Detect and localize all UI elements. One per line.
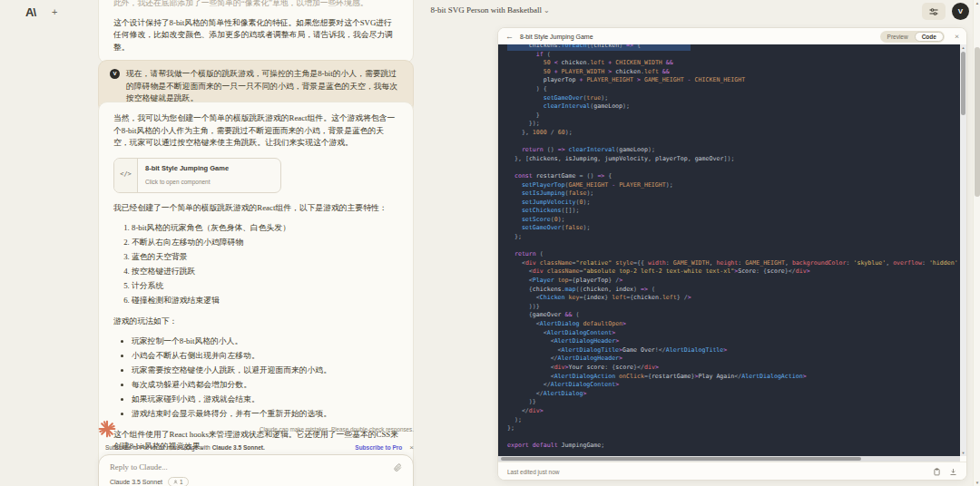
- feature-list: 8-bit风格的玩家角色（灰色身体、白色头发）不断从右向左移动的小鸡障碍物蓝色的…: [132, 222, 398, 307]
- paperclip-icon: [394, 463, 402, 471]
- model-selector[interactable]: Claude 3.5 Sonnet: [110, 479, 162, 485]
- artifact-panel: ← 8-bit Style Jumping Game Preview Code …: [497, 27, 967, 481]
- feature-item: 蓝色的天空背景: [132, 251, 398, 264]
- code-icon: </>: [114, 159, 138, 192]
- user-avatar[interactable]: V: [952, 3, 969, 20]
- feature-item: 不断从右向左移动的小鸡障碍物: [132, 237, 398, 249]
- feature-item: 8-bit风格的玩家角色（灰色身体、白色头发）: [132, 222, 398, 235]
- upsell-close-icon[interactable]: ×: [409, 443, 414, 452]
- features-intro: 我已经创建了一个简单的横版跳跃游戏的React组件，以下是游戏的主要特性：: [113, 202, 398, 215]
- gameplay-item: 每次成功躲避小鸡都会增加分数。: [132, 379, 398, 392]
- download-icon: [949, 468, 957, 476]
- assistant-intro: 当然，我可以为您创建一个简单的横版跳跃游戏的React组件。这个游戏将包含一个8…: [113, 112, 398, 150]
- reply-input[interactable]: [110, 462, 394, 471]
- download-code-button[interactable]: [949, 468, 957, 476]
- assistant-message-previous: 此外，我还在底部添加了一些简单的“像素化”草地，以增加一些环境感。 这个设计保持…: [98, 0, 414, 63]
- attach-button[interactable]: [394, 463, 402, 471]
- pro-upsell-banner: Subscribe to Pro for 5x more usage with …: [105, 443, 414, 452]
- gameplay-intro: 游戏的玩法如下：: [113, 316, 398, 328]
- preview-code-toggle: Preview Code: [880, 31, 945, 43]
- message-composer: Claude 3.5 Sonnet 1: [98, 454, 414, 486]
- user-avatar-small: V: [110, 69, 120, 79]
- copy-code-button[interactable]: [933, 468, 941, 476]
- gameplay-item: 玩家需要按空格键使小人跳跃，以避开迎面而来的小鸡。: [132, 364, 398, 377]
- conversation-title-text: 8-bit SVG Person with Basketball: [430, 5, 542, 15]
- chevron-down-icon: ⌄: [544, 6, 550, 15]
- last-edited-status: Last edited just now: [507, 469, 559, 475]
- sliders-icon: [928, 7, 939, 16]
- tab-preview[interactable]: Preview: [881, 32, 915, 42]
- artifact-subtitle: Click to open component: [145, 176, 229, 189]
- disclaimer-text: Claude can make mistakes. Please double-…: [260, 426, 414, 433]
- subscribe-pro-link[interactable]: Subscribe to Pro: [355, 444, 402, 451]
- gameplay-list: 玩家控制一个8-bit风格的小人。小鸡会不断从右侧出现并向左移动。玩家需要按空格…: [132, 335, 398, 421]
- feature-item: 按空格键进行跳跃: [132, 266, 398, 278]
- artifact-panel-title: 8-bit Style Jumping Game: [520, 34, 593, 40]
- artifact-title: 8-bit Style Jumping Game: [145, 162, 229, 175]
- assistant-text: 这个设计保持了8-bit风格的简单性和像素化的特征。如果您想要对这个SVG进行任…: [113, 17, 398, 54]
- code-editor[interactable]: chickens.forEach((chicken) => { if ( 50 …: [498, 44, 966, 456]
- clipboard-icon: [933, 468, 941, 476]
- back-arrow-icon[interactable]: ←: [505, 32, 514, 41]
- gameplay-item: 如果玩家碰到小鸡，游戏就会结束。: [132, 394, 398, 406]
- artifact-preview-card[interactable]: </> 8-bit Style Jumping Game Click to op…: [113, 158, 281, 193]
- gameplay-item: 小鸡会不断从右侧出现并向左移动。: [132, 350, 398, 363]
- window-scrollbar[interactable]: ▲ ▼: [973, 0, 980, 486]
- gameplay-item: 游戏结束时会显示最终得分，并有一个重新开始的选项。: [132, 408, 398, 421]
- artifact-count-pill[interactable]: 1: [168, 477, 189, 486]
- code-vertical-scrollbar[interactable]: ▲ ▼: [960, 44, 966, 456]
- feature-item: 计分系统: [132, 280, 398, 293]
- feature-item: 碰撞检测和游戏结束逻辑: [132, 295, 398, 307]
- upsell-model-name: Claude 3.5 Sonnet.: [212, 444, 265, 451]
- user-message-text: 现在，请帮我做一个横版的跳跃游戏，可操控的主角是8-bit的小人，需要跳过的障碍…: [126, 68, 402, 105]
- tab-code[interactable]: Code: [915, 32, 944, 42]
- person-icon: [173, 480, 178, 484]
- assistant-text: 此外，我还在底部添加了一些简单的“像素化”草地，以增加一些环境感。: [113, 0, 398, 10]
- close-icon[interactable]: ×: [955, 32, 959, 41]
- upsell-text: Subscribe to Pro for 5x more usage with: [105, 444, 211, 451]
- gameplay-item: 玩家控制一个8-bit风格的小人。: [132, 335, 398, 348]
- claude-logo: [98, 420, 116, 438]
- settings-sliders-button[interactable]: [922, 3, 946, 20]
